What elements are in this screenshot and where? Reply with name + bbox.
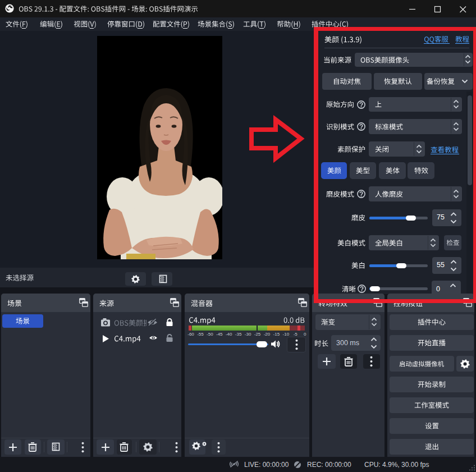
svg-text:-35: -35 bbox=[235, 332, 242, 337]
svg-text:-15: -15 bbox=[273, 332, 280, 337]
svg-text:-40: -40 bbox=[226, 332, 232, 337]
svg-text:-25: -25 bbox=[254, 332, 261, 337]
svg-text:0: 0 bbox=[304, 332, 306, 337]
svg-text:-55: -55 bbox=[197, 332, 204, 337]
svg-text:-50: -50 bbox=[207, 332, 213, 337]
svg-text:-60: -60 bbox=[187, 332, 194, 337]
svg-text:-5: -5 bbox=[294, 332, 298, 337]
svg-text:-10: -10 bbox=[283, 332, 290, 337]
svg-text:-20: -20 bbox=[264, 332, 271, 337]
svg-text:-30: -30 bbox=[245, 332, 251, 337]
svg-text:-45: -45 bbox=[216, 332, 223, 337]
